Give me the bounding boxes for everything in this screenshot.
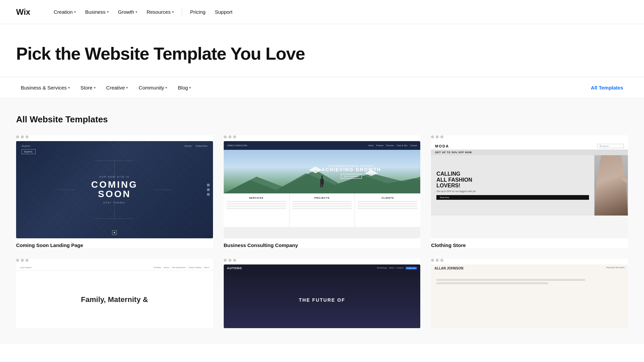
pagination-indicator bbox=[112, 230, 117, 235]
search-box: 🔍 Search... bbox=[597, 144, 624, 148]
nav-item-support[interactable]: Support bbox=[211, 6, 237, 17]
main-title: COMING SOON bbox=[91, 180, 138, 199]
social-icon bbox=[207, 193, 210, 196]
sub-text: OUR NEW SITE IS bbox=[91, 176, 138, 178]
nav-item-resources-label: Resources bbox=[147, 9, 171, 15]
card-thumbnail: AUTONO Technology About Careers Subscrib… bbox=[224, 264, 421, 328]
nav-item-resources[interactable]: Resources ▾ bbox=[143, 6, 178, 17]
card-dots bbox=[224, 135, 421, 138]
model-figure bbox=[594, 155, 628, 216]
cat-label: Community bbox=[139, 85, 164, 90]
chevron-down-icon: ▾ bbox=[94, 86, 96, 89]
nav-item-creation-label: Creation bbox=[54, 9, 73, 15]
cat-blog[interactable]: Blog ▾ bbox=[173, 82, 196, 93]
cat-business-services[interactable]: Business & Services ▾ bbox=[16, 82, 74, 93]
nav-item-pricing[interactable]: Pricing bbox=[186, 6, 210, 17]
template-preview: MODA 🔍 Search... GET UP TO 50% OFF NOW C… bbox=[431, 141, 628, 238]
auto-nav: Technology About Careers Subscribe bbox=[377, 267, 417, 269]
card-dots bbox=[431, 259, 628, 262]
card-dots bbox=[16, 135, 213, 138]
center-text: OUR NEW SITE IS COMING SOON STAY TUNED! bbox=[91, 176, 138, 204]
card-thumbnail: Lysa Dupont Portfolio About The Experien… bbox=[16, 264, 213, 328]
card-dots bbox=[431, 135, 628, 138]
nav-item-growth[interactable]: Growth ▾ bbox=[114, 6, 141, 17]
template-preview: Skyline. Home Subscribe Skyline. bbox=[16, 141, 213, 238]
template-card-life-coach[interactable]: ALLAN JOHNSON Personal Life Coach bbox=[431, 259, 628, 328]
card-col-clients: CLIENTS bbox=[355, 193, 420, 227]
dot bbox=[21, 135, 24, 138]
hero-text: Developing Innovative Strategies ACHIEVI… bbox=[322, 165, 381, 179]
template-card-autono[interactable]: AUTONO Technology About Careers Subscrib… bbox=[224, 259, 421, 328]
hero-image: Developing Innovative Strategies ACHIEVI… bbox=[224, 150, 421, 193]
social-icons bbox=[207, 184, 210, 196]
card-label: Clothing Store bbox=[431, 242, 628, 248]
hero-left: CALLING ALL FASHION LOVERS! Get up to 50… bbox=[431, 155, 594, 216]
chevron-down-icon: ▾ bbox=[165, 86, 167, 89]
section-title: All Website Templates bbox=[16, 114, 628, 125]
template-card-coming-soon[interactable]: Skyline. Home Subscribe Skyline. bbox=[16, 135, 213, 248]
nav-item-creation[interactable]: Creation ▾ bbox=[50, 6, 80, 17]
auto-hero: THE FUTURE OF bbox=[224, 272, 421, 328]
cat-label: Blog bbox=[178, 85, 188, 90]
nav-links: Creation ▾ Business ▾ Growth ▾ Resources… bbox=[50, 6, 628, 17]
all-templates-link[interactable]: All Templates bbox=[586, 82, 628, 93]
social-icon bbox=[207, 188, 210, 191]
cat-store[interactable]: Store ▾ bbox=[76, 82, 100, 93]
template-preview: Lysa Dupont Portfolio About The Experien… bbox=[16, 264, 213, 328]
chevron-down-icon: ▾ bbox=[68, 86, 70, 89]
template-body: Family, Maternity & bbox=[16, 271, 213, 328]
template-header: Lysa Dupont Portfolio About The Experien… bbox=[16, 264, 213, 271]
card-thumbnail: MODA 🔍 Search... GET UP TO 50% OFF NOW C… bbox=[431, 141, 628, 238]
auto-header: AUTONO Technology About Careers Subscrib… bbox=[224, 264, 421, 272]
shop-button[interactable]: Shop Now bbox=[436, 195, 589, 200]
cat-label: Store bbox=[80, 85, 93, 90]
chevron-down-icon: ▾ bbox=[136, 10, 137, 14]
hero-section: CALLING ALL FASHION LOVERS! Get up to 50… bbox=[431, 155, 628, 216]
family-headline: Family, Maternity & bbox=[81, 295, 148, 304]
nav-divider bbox=[182, 7, 182, 17]
chevron-down-icon: ▾ bbox=[172, 10, 174, 14]
card-col-projects: PROJECTS bbox=[289, 193, 355, 227]
brand-header: MODA 🔍 Search... bbox=[431, 141, 628, 149]
cat-creative[interactable]: Creative ▾ bbox=[102, 82, 133, 93]
stay-text: STAY TUNED! bbox=[91, 201, 138, 204]
lc-body bbox=[431, 272, 628, 291]
template-card-clothing[interactable]: MODA 🔍 Search... GET UP TO 50% OFF NOW C… bbox=[431, 135, 628, 248]
card-label: Business Consulting Company bbox=[224, 242, 421, 248]
template-preview: ALLAN JOHNSON Personal Life Coach bbox=[431, 264, 628, 328]
cat-label: Creative bbox=[106, 85, 125, 90]
main-content: All Website Templates Skyline. Home bbox=[0, 98, 644, 344]
lc-header: ALLAN JOHNSON Personal Life Coach bbox=[431, 264, 628, 272]
card-thumbnail: ALLAN JOHNSON Personal Life Coach bbox=[431, 264, 628, 328]
card-thumbnail: Skyline. Home Subscribe Skyline. bbox=[16, 141, 213, 238]
promo-banner: GET UP TO 50% OFF NOW bbox=[431, 149, 628, 155]
hero-sub: Get up to 50% on our biggest sale yet bbox=[436, 190, 589, 192]
card-dots bbox=[16, 259, 213, 262]
bottom-cards: SERVICES PROJECTS bbox=[224, 193, 421, 227]
dot bbox=[25, 135, 29, 138]
dot bbox=[16, 135, 19, 138]
hero-headline: CALLING ALL FASHION LOVERS! bbox=[436, 171, 589, 189]
svg-text:Wix: Wix bbox=[16, 7, 31, 16]
template-grid-row2: Lysa Dupont Portfolio About The Experien… bbox=[16, 259, 628, 328]
template-grid-row1: Skyline. Home Subscribe Skyline. bbox=[16, 135, 628, 248]
card-thumbnail: JAMES CONSULTING About Projects Services… bbox=[224, 141, 421, 238]
chevron-down-icon: ▾ bbox=[189, 86, 191, 89]
chevron-down-icon: ▾ bbox=[74, 10, 76, 14]
template-card-family[interactable]: Lysa Dupont Portfolio About The Experien… bbox=[16, 259, 213, 328]
category-bar: Business & Services ▾ Store ▾ Creative ▾… bbox=[0, 77, 644, 98]
nav-item-business[interactable]: Business ▾ bbox=[81, 6, 113, 17]
chevron-down-icon: ▾ bbox=[126, 86, 128, 89]
hero-title: Pick the Website Template You Love bbox=[16, 44, 628, 63]
template-card-consulting[interactable]: JAMES CONSULTING About Projects Services… bbox=[224, 135, 421, 248]
hero-model bbox=[594, 155, 628, 216]
hero-section: Pick the Website Template You Love bbox=[0, 24, 644, 77]
card-col-services: SERVICES bbox=[224, 193, 289, 227]
nav-item-business-label: Business bbox=[85, 9, 106, 15]
nav-item-growth-label: Growth bbox=[118, 9, 134, 15]
chevron-down-icon: ▾ bbox=[107, 10, 109, 14]
logo[interactable]: Wix bbox=[16, 7, 36, 17]
navigation: Wix Creation ▾ Business ▾ Growth ▾ Resou… bbox=[0, 0, 644, 24]
card-label: Coming Soon Landing Page bbox=[16, 242, 213, 248]
cat-community[interactable]: Community ▾ bbox=[134, 82, 172, 93]
